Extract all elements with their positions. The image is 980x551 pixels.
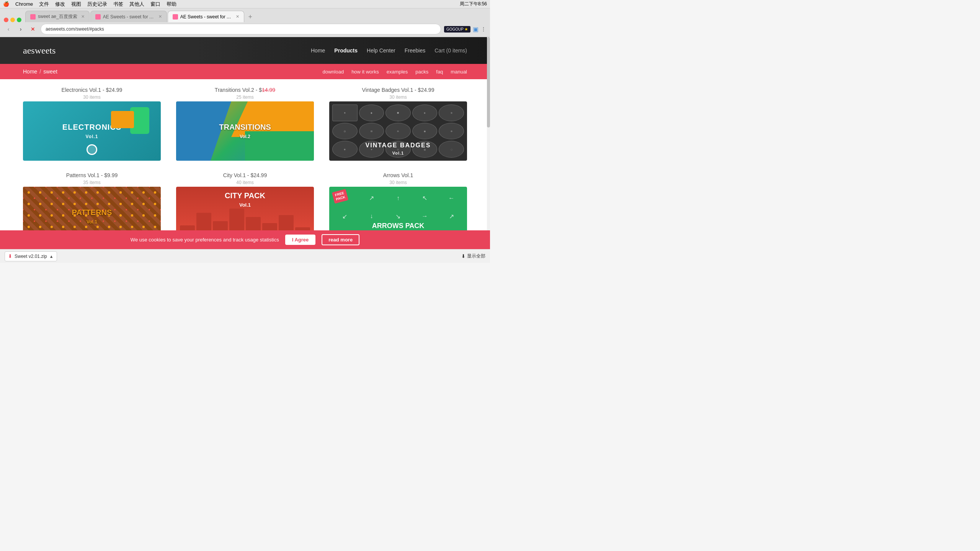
product-vintage-subtitle: 30 items [389,95,407,100]
site-navigation: Home Products Help Center Freebies Cart … [311,47,467,54]
back-button[interactable]: ‹ [4,24,13,34]
products-grid: Electronics Vol.1 - $24.99 30 items ELEC… [23,87,467,246]
breadcrumb-separator: / [39,68,41,75]
website-content: aesweets Home Products Help Center Freeb… [0,37,490,263]
tab-1-title: sweet ae_百度搜索 [38,13,77,20]
menu-other[interactable]: 其他人 [129,1,144,8]
menu-chrome[interactable]: Chrome [15,1,33,7]
vintage-text-overlay: VINTAGE BADGESVol.1 [329,142,467,156]
city-text: CITY PACKVol.1 [176,191,314,208]
product-vintage-badges: Vintage Badges Vol.1 - $24.99 30 items ★… [329,87,467,161]
browser-chrome: sweet ae_百度搜索 ✕ AE Sweets - sweet for Af… [0,8,490,37]
tab-1[interactable]: sweet ae_百度搜索 ✕ [25,11,90,22]
pink-nav-bar: Home / sweet download how it works examp… [0,64,490,79]
menubar-right: 周二下午8:56 [460,1,487,7]
menu-history[interactable]: 历史记录 [87,1,107,8]
nav-home[interactable]: Home [311,47,325,54]
nav-products[interactable]: Products [334,47,358,54]
product-electronics-title: Electronics Vol.1 - $24.99 [62,87,122,93]
scrollbar[interactable] [487,37,490,263]
menu-edit[interactable]: 修改 [55,1,65,8]
download-show-all[interactable]: 显示全部 [467,253,485,259]
breadcrumb-current: sweet [43,68,57,75]
product-arrows-subtitle: 30 items [389,180,407,185]
download-right: ⬇ 显示全部 [461,253,485,259]
product-city-title: City Vol.1 - $24.99 [223,172,267,178]
clock: 周二下午8:56 [460,1,487,7]
maximize-window-button[interactable] [17,18,21,22]
extension-icon[interactable]: ▣ [473,26,479,33]
product-patterns-subtitle: 35 items [83,180,100,185]
nav-faq[interactable]: faq [436,69,443,75]
tab-3-close[interactable]: ✕ [236,14,239,19]
browser-right-icons: GOGOUP ★ ▣ ⋮ [444,26,486,33]
menu-help[interactable]: 帮助 [167,1,176,8]
download-bar: ⬇ Sweet v2.01.zip ▲ ⬇ 显示全部 [0,249,490,263]
product-transitions-subtitle: 25 items [236,95,253,100]
menu-dots-icon[interactable]: ⋮ [481,26,486,32]
tab-bar: sweet ae_百度搜索 ✕ AE Sweets - sweet for Af… [0,8,490,22]
nav-packs[interactable]: packs [415,69,428,75]
menu-file[interactable]: 文件 [39,1,49,8]
cookie-message: We use cookies to save your preferences … [131,237,279,243]
product-transitions: Transitions Vol.2 - $14.99 25 items TRAN… [176,87,314,161]
product-arrows-title: Arrows Vol.1 [383,172,413,178]
download-file-icon: ⬇ [8,253,12,259]
product-city-subtitle: 40 items [236,180,253,185]
scrollbar-thumb[interactable] [487,37,490,127]
tab-3-title: AE Sweets - sweet for After E... [180,14,232,20]
tab-2-favicon [95,14,101,20]
address-bar-row: ‹ › ✕ aesweets.com/sweet/#packs GOGOUP ★… [0,22,490,37]
download-icon-right[interactable]: ⬇ [461,253,466,259]
product-electronics-image[interactable]: ELECTRONICSVol.1 [23,101,161,161]
nav-download[interactable]: download [322,69,344,75]
address-bar[interactable]: aesweets.com/sweet/#packs [41,24,441,34]
tab-1-close[interactable]: ✕ [81,14,85,19]
product-vintage-image[interactable]: ★ ◆ ⬟ ◈ ⊕ ◎ ⊞ ⊛ ◉ ⊗ ❋ ✦ ⊙ [329,101,467,161]
product-patterns-title: Patterns Vol.1 - $9.99 [66,172,118,178]
breadcrumb: Home / sweet [23,68,57,75]
site-header: aesweets Home Products Help Center Freeb… [0,37,490,64]
stop-loading-button[interactable]: ✕ [28,24,38,34]
nav-cart[interactable]: Cart (0 items) [434,47,467,54]
close-window-button[interactable] [4,18,8,22]
gogoup-logo: GOGOUP ★ [444,26,470,33]
nav-manual[interactable]: manual [451,69,467,75]
menu-window[interactable]: 窗口 [150,1,160,8]
nav-freebies[interactable]: Freebies [405,47,425,54]
tab-3[interactable]: AE Sweets - sweet for After E... ✕ [168,11,244,22]
nav-help-center[interactable]: Help Center [367,47,395,54]
minimize-window-button[interactable] [10,18,15,22]
product-electronics: Electronics Vol.1 - $24.99 30 items ELEC… [23,87,161,161]
tab-3-favicon [173,14,178,20]
product-electronics-subtitle: 30 items [83,95,100,100]
cookie-bar: We use cookies to save your preferences … [0,230,490,249]
site-logo[interactable]: aesweets [23,46,56,56]
tab-2[interactable]: AE Sweets - sweet for After E... ✕ [90,11,167,22]
macos-menubar: 🍎 Chrome 文件 修改 视图 历史记录 书签 其他人 窗口 帮助 周二下午… [0,0,490,8]
forward-button[interactable]: › [16,24,25,34]
url-text: aesweets.com/sweet/#packs [46,26,104,32]
nav-examples[interactable]: examples [387,69,408,75]
products-section: Electronics Vol.1 - $24.99 30 items ELEC… [0,79,490,254]
product-transitions-image[interactable]: TRANSITIONSVol.2 [176,101,314,161]
download-expand-icon[interactable]: ▲ [49,254,54,259]
tab-2-close[interactable]: ✕ [158,14,162,19]
cookie-agree-button[interactable]: I Agree [285,235,316,245]
download-filename: Sweet v2.01.zip [15,254,47,259]
product-vintage-title: Vintage Badges Vol.1 - $24.99 [362,87,434,93]
breadcrumb-home[interactable]: Home [23,68,37,75]
tab-1-favicon [30,14,36,20]
new-tab-button[interactable]: + [245,11,256,22]
download-item[interactable]: ⬇ Sweet v2.01.zip ▲ [5,251,57,261]
tab-2-title: AE Sweets - sweet for After E... [103,14,155,20]
menu-view[interactable]: 视图 [71,1,81,8]
product-transitions-title: Transitions Vol.2 - $14.99 [215,87,275,93]
apple-menu[interactable]: 🍎 [3,1,9,7]
cookie-read-more-button[interactable]: read more [322,234,359,245]
pink-nav-links: download how it works examples packs faq… [322,69,467,75]
nav-how-it-works[interactable]: how it works [351,69,379,75]
menu-bookmarks[interactable]: 书签 [113,1,123,8]
